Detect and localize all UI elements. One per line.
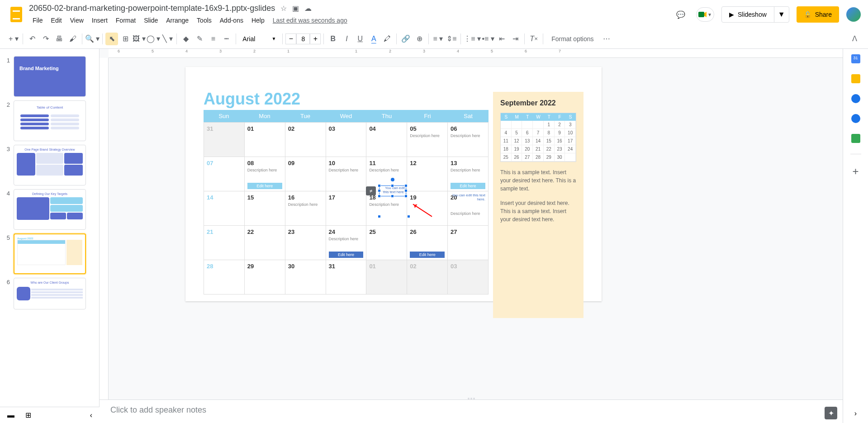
strikethrough-icon[interactable]: ≠ [366, 186, 376, 195]
link-button[interactable]: 🔗 [399, 33, 412, 45]
maps-app-icon[interactable] [851, 134, 860, 143]
text-color-button[interactable]: A [367, 33, 380, 45]
star-icon[interactable]: ☆ [280, 4, 287, 13]
side-panel[interactable]: September 2022 SMTWTFS 123 45678910 1112… [493, 92, 583, 318]
new-slide-button[interactable]: + ▾ [7, 33, 20, 45]
italic-button[interactable]: I [340, 33, 353, 45]
comments-icon[interactable]: 💬 [673, 6, 689, 23]
slide-thumb-1[interactable]: Brand Marketing [14, 56, 86, 97]
numbered-list-button[interactable]: ⋮≡ ▾ [464, 33, 481, 45]
border-weight-button[interactable]: ≡ [207, 33, 219, 45]
meet-button[interactable]: ▼ [696, 7, 714, 22]
share-button[interactable]: 🔒 Share [797, 6, 839, 23]
undo-button[interactable]: ↶ [26, 33, 38, 45]
contacts-app-icon[interactable] [851, 114, 860, 123]
right-panel: 31 + › [843, 49, 868, 423]
font-decrease-button[interactable]: − [285, 33, 296, 44]
cloud-icon[interactable]: ☁ [304, 4, 312, 13]
slide-canvas[interactable]: August 2022 SunMonTueWedThuFriSat 31 01 … [185, 67, 602, 301]
menu-edit[interactable]: Edit [47, 15, 66, 26]
slideshow-button[interactable]: ▶ Slideshow [722, 11, 774, 18]
ruler-horizontal: 6543211234567 [109, 49, 843, 58]
canvas-area[interactable]: 6543211234567 August 2022 SunMonTueWedTh… [100, 49, 843, 423]
menu-format[interactable]: Format [112, 15, 139, 26]
side-text-1: This is a sample text. Insert your desir… [500, 168, 576, 193]
redo-button[interactable]: ↷ [39, 33, 52, 45]
select-tool[interactable]: ⬉ [105, 33, 118, 45]
toolbar: + ▾ ↶ ↷ 🖶 🖌 🔍 ▾ ⬉ ⊞ 🖼 ▾ ◯ ▾ ╲ ▾ ◆ ✎ ≡ ┅ … [0, 29, 868, 49]
bulleted-list-button[interactable]: •≡ ▾ [482, 33, 494, 45]
comment-button[interactable]: ⊕ [413, 33, 426, 45]
menu-file[interactable]: File [29, 15, 47, 26]
align-button[interactable]: ≡ ▾ [432, 33, 444, 45]
menu-addons[interactable]: Add-ons [216, 15, 247, 26]
ruler-vertical [100, 58, 109, 423]
move-icon[interactable]: ▣ [292, 4, 299, 13]
border-color-button[interactable]: ✎ [193, 33, 206, 45]
font-increase-button[interactable]: + [310, 33, 321, 44]
border-dash-button[interactable]: ┅ [220, 33, 233, 45]
bottom-bar: ▬ ⊞ ‹ [0, 407, 100, 423]
font-size-input[interactable] [296, 33, 310, 44]
selection-box[interactable]: You can edit this text here. [379, 185, 406, 196]
rotate-handle[interactable] [391, 178, 394, 181]
line-spacing-button[interactable]: ⇕≡ [445, 33, 458, 45]
menu-help[interactable]: Help [248, 15, 268, 26]
paint-format-button[interactable]: 🖌 [66, 33, 79, 45]
side-title: September 2022 [500, 99, 576, 107]
fill-color-button[interactable]: ◆ [180, 33, 192, 45]
textbox-button[interactable]: ⊞ [119, 33, 132, 45]
line-button[interactable]: ╲ ▾ [161, 33, 174, 45]
outer-handle[interactable] [407, 215, 410, 218]
slide-thumb-2[interactable]: Table of Content [14, 100, 86, 141]
menu-view[interactable]: View [66, 15, 87, 26]
decrease-indent-button[interactable]: ⇤ [495, 33, 508, 45]
highlight-button[interactable]: 🖍 [381, 33, 394, 45]
add-apps-button[interactable]: + [852, 165, 859, 178]
slide-thumb-4[interactable]: Defining Our Key Targets [14, 189, 86, 230]
outer-handle[interactable] [378, 215, 381, 218]
more-button[interactable]: ⋯ [600, 33, 613, 45]
svg-marker-1 [704, 12, 707, 17]
menu-insert[interactable]: Insert [88, 15, 111, 26]
svg-rect-0 [698, 12, 704, 17]
underline-button[interactable]: U [354, 33, 366, 45]
collapse-panel-icon[interactable]: ‹ [90, 411, 92, 419]
side-text-2: Insert your desired text here. This is a… [500, 199, 576, 223]
header: 20650-02-brand-marketing-powerpoint-temp… [0, 0, 868, 29]
calendar-app-icon[interactable]: 31 [851, 54, 860, 63]
slide-panel: 1Brand Marketing 2Table of Content 3One … [0, 49, 100, 423]
speaker-notes[interactable]: Click to add speaker notes [100, 399, 843, 423]
increase-indent-button[interactable]: ⇥ [509, 33, 522, 45]
menu-tools[interactable]: Tools [193, 15, 215, 26]
tasks-app-icon[interactable] [851, 94, 860, 103]
explore-button[interactable]: ✦ [825, 407, 837, 419]
slideshow-dropdown[interactable]: ▼ [774, 7, 789, 22]
doc-title[interactable]: 20650-02-brand-marketing-powerpoint-temp… [29, 4, 275, 13]
menu-slide[interactable]: Slide [140, 15, 161, 26]
font-select[interactable]: Arial▼ [239, 33, 280, 45]
avatar[interactable] [846, 7, 861, 22]
last-edit[interactable]: Last edit was seconds ago [269, 15, 351, 26]
collapse-button[interactable]: ᐱ [848, 33, 861, 45]
slide-thumb-3[interactable]: One Page Brand Strategy Overview [14, 145, 86, 185]
print-button[interactable]: 🖶 [53, 33, 66, 45]
zoom-button[interactable]: 🔍 ▾ [85, 33, 100, 45]
slide-thumb-6[interactable]: Who are Our Client Groups [14, 278, 86, 309]
clear-formatting-button[interactable]: T× [527, 33, 540, 45]
filmstrip-view-icon[interactable]: ▬ [7, 411, 14, 419]
calendar-title[interactable]: August 2022 [204, 90, 300, 109]
play-icon: ▶ [729, 11, 734, 18]
format-options-button[interactable]: Format options [546, 33, 599, 45]
collapse-right-icon[interactable]: › [854, 409, 857, 418]
main-calendar[interactable]: SunMonTueWedThuFriSat 31 01 02 03 04 05D… [204, 110, 489, 295]
slide-thumb-5[interactable]: August 2022 [14, 233, 86, 274]
shape-button[interactable]: ◯ ▾ [147, 33, 160, 45]
grid-view-icon[interactable]: ⊞ [25, 411, 31, 419]
image-button[interactable]: 🖼 ▾ [133, 33, 145, 45]
keep-app-icon[interactable] [851, 74, 860, 83]
menu-arrange[interactable]: Arrange [162, 15, 192, 26]
menu-bar: File Edit View Insert Format Slide Arran… [29, 15, 673, 26]
slides-logo[interactable] [7, 5, 25, 24]
bold-button[interactable]: B [327, 33, 339, 45]
